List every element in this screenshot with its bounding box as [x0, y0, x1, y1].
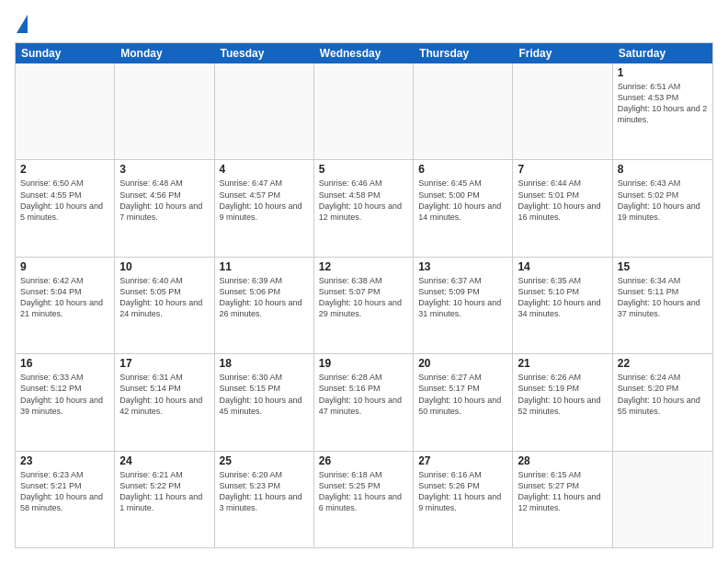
- calendar-cell: 3Sunrise: 6:48 AM Sunset: 4:56 PM Daylig…: [115, 160, 214, 256]
- day-number: 28: [518, 454, 607, 467]
- day-info: Sunrise: 6:20 AM Sunset: 5:23 PM Dayligh…: [220, 469, 309, 514]
- day-number: 11: [220, 260, 309, 273]
- day-number: 12: [319, 260, 408, 273]
- day-number: 3: [119, 163, 209, 176]
- day-info: Sunrise: 6:45 AM Sunset: 5:00 PM Dayligh…: [418, 178, 507, 223]
- calendar-cell: 4Sunrise: 6:47 AM Sunset: 4:57 PM Daylig…: [215, 160, 314, 256]
- weekday-header-tuesday: Tuesday: [215, 43, 314, 63]
- day-info: Sunrise: 6:34 AM Sunset: 5:11 PM Dayligh…: [618, 275, 708, 320]
- day-info: Sunrise: 6:26 AM Sunset: 5:19 PM Dayligh…: [518, 372, 607, 417]
- calendar-cell: 18Sunrise: 6:30 AM Sunset: 5:15 PM Dayli…: [215, 354, 314, 450]
- calendar-cell: [414, 63, 513, 159]
- calendar-cell: 10Sunrise: 6:40 AM Sunset: 5:05 PM Dayli…: [115, 258, 214, 353]
- day-info: Sunrise: 6:39 AM Sunset: 5:06 PM Dayligh…: [220, 275, 309, 320]
- calendar-cell: 25Sunrise: 6:20 AM Sunset: 5:23 PM Dayli…: [215, 452, 314, 547]
- day-number: 15: [618, 260, 708, 273]
- day-number: 7: [518, 163, 607, 176]
- calendar-cell: [314, 63, 414, 159]
- day-number: 17: [119, 357, 209, 370]
- calendar-cell: [613, 452, 712, 547]
- weekday-header-friday: Friday: [513, 43, 612, 63]
- day-info: Sunrise: 6:51 AM Sunset: 4:53 PM Dayligh…: [618, 81, 708, 126]
- day-number: 16: [20, 357, 109, 370]
- calendar-cell: 19Sunrise: 6:28 AM Sunset: 5:16 PM Dayli…: [314, 354, 414, 450]
- day-info: Sunrise: 6:31 AM Sunset: 5:14 PM Dayligh…: [119, 372, 209, 417]
- day-number: 20: [418, 357, 507, 370]
- day-info: Sunrise: 6:43 AM Sunset: 5:02 PM Dayligh…: [618, 178, 708, 223]
- calendar-cell: 11Sunrise: 6:39 AM Sunset: 5:06 PM Dayli…: [215, 258, 314, 353]
- calendar-body: 1Sunrise: 6:51 AM Sunset: 4:53 PM Daylig…: [16, 63, 712, 547]
- day-info: Sunrise: 6:15 AM Sunset: 5:27 PM Dayligh…: [518, 469, 607, 514]
- calendar-cell: 23Sunrise: 6:23 AM Sunset: 5:21 PM Dayli…: [16, 452, 115, 547]
- calendar-row-0: 1Sunrise: 6:51 AM Sunset: 4:53 PM Daylig…: [16, 63, 712, 160]
- calendar-cell: 6Sunrise: 6:45 AM Sunset: 5:00 PM Daylig…: [414, 160, 513, 256]
- day-info: Sunrise: 6:42 AM Sunset: 5:04 PM Dayligh…: [20, 275, 109, 320]
- calendar-cell: [16, 63, 115, 159]
- day-info: Sunrise: 6:38 AM Sunset: 5:07 PM Dayligh…: [319, 275, 408, 320]
- day-number: 24: [119, 454, 209, 467]
- calendar-cell: 22Sunrise: 6:24 AM Sunset: 5:20 PM Dayli…: [613, 354, 712, 450]
- calendar-cell: [215, 63, 314, 159]
- weekday-header-saturday: Saturday: [613, 43, 712, 63]
- day-info: Sunrise: 6:50 AM Sunset: 4:55 PM Dayligh…: [20, 178, 109, 223]
- calendar-cell: 27Sunrise: 6:16 AM Sunset: 5:26 PM Dayli…: [414, 452, 513, 547]
- day-number: 18: [220, 357, 309, 370]
- day-number: 4: [220, 163, 309, 176]
- calendar-cell: 20Sunrise: 6:27 AM Sunset: 5:17 PM Dayli…: [414, 354, 513, 450]
- calendar-cell: 26Sunrise: 6:18 AM Sunset: 5:25 PM Dayli…: [314, 452, 414, 547]
- calendar-row-3: 16Sunrise: 6:33 AM Sunset: 5:12 PM Dayli…: [16, 354, 712, 451]
- calendar-cell: 21Sunrise: 6:26 AM Sunset: 5:19 PM Dayli…: [513, 354, 612, 450]
- calendar-cell: 16Sunrise: 6:33 AM Sunset: 5:12 PM Dayli…: [16, 354, 115, 450]
- logo: [15, 15, 28, 35]
- day-number: 1: [618, 66, 708, 79]
- day-info: Sunrise: 6:16 AM Sunset: 5:26 PM Dayligh…: [418, 469, 507, 514]
- day-info: Sunrise: 6:23 AM Sunset: 5:21 PM Dayligh…: [20, 469, 109, 514]
- day-number: 6: [418, 163, 507, 176]
- calendar-cell: 2Sunrise: 6:50 AM Sunset: 4:55 PM Daylig…: [16, 160, 115, 256]
- calendar-cell: 17Sunrise: 6:31 AM Sunset: 5:14 PM Dayli…: [115, 354, 214, 450]
- day-info: Sunrise: 6:33 AM Sunset: 5:12 PM Dayligh…: [20, 372, 109, 417]
- day-info: Sunrise: 6:44 AM Sunset: 5:01 PM Dayligh…: [518, 178, 607, 223]
- page: SundayMondayTuesdayWednesdayThursdayFrid…: [0, 0, 728, 563]
- day-number: 22: [618, 357, 708, 370]
- day-number: 14: [518, 260, 607, 273]
- day-number: 2: [20, 163, 109, 176]
- calendar-cell: 7Sunrise: 6:44 AM Sunset: 5:01 PM Daylig…: [513, 160, 612, 256]
- day-info: Sunrise: 6:27 AM Sunset: 5:17 PM Dayligh…: [418, 372, 507, 417]
- day-info: Sunrise: 6:47 AM Sunset: 4:57 PM Dayligh…: [220, 178, 309, 223]
- day-number: 10: [119, 260, 209, 273]
- weekday-header-thursday: Thursday: [414, 43, 513, 63]
- calendar-cell: 9Sunrise: 6:42 AM Sunset: 5:04 PM Daylig…: [16, 258, 115, 353]
- weekday-header-monday: Monday: [115, 43, 214, 63]
- day-number: 5: [319, 163, 408, 176]
- day-number: 25: [220, 454, 309, 467]
- calendar-cell: [115, 63, 214, 159]
- day-number: 19: [319, 357, 408, 370]
- calendar-row-1: 2Sunrise: 6:50 AM Sunset: 4:55 PM Daylig…: [16, 160, 712, 257]
- calendar-cell: 13Sunrise: 6:37 AM Sunset: 5:09 PM Dayli…: [414, 258, 513, 353]
- calendar-cell: 12Sunrise: 6:38 AM Sunset: 5:07 PM Dayli…: [314, 258, 414, 353]
- calendar-cell: 8Sunrise: 6:43 AM Sunset: 5:02 PM Daylig…: [613, 160, 712, 256]
- day-info: Sunrise: 6:18 AM Sunset: 5:25 PM Dayligh…: [319, 469, 408, 514]
- day-number: 8: [618, 163, 708, 176]
- calendar-cell: 1Sunrise: 6:51 AM Sunset: 4:53 PM Daylig…: [613, 63, 712, 159]
- day-info: Sunrise: 6:37 AM Sunset: 5:09 PM Dayligh…: [418, 275, 507, 320]
- weekday-header-sunday: Sunday: [16, 43, 115, 63]
- weekday-header-wednesday: Wednesday: [314, 43, 414, 63]
- calendar: SundayMondayTuesdayWednesdayThursdayFrid…: [15, 42, 713, 548]
- day-info: Sunrise: 6:21 AM Sunset: 5:22 PM Dayligh…: [119, 469, 209, 514]
- day-info: Sunrise: 6:48 AM Sunset: 4:56 PM Dayligh…: [119, 178, 209, 223]
- day-info: Sunrise: 6:24 AM Sunset: 5:20 PM Dayligh…: [618, 372, 708, 417]
- day-number: 21: [518, 357, 607, 370]
- day-number: 9: [20, 260, 109, 273]
- day-info: Sunrise: 6:35 AM Sunset: 5:10 PM Dayligh…: [518, 275, 607, 320]
- calendar-cell: 28Sunrise: 6:15 AM Sunset: 5:27 PM Dayli…: [513, 452, 612, 547]
- calendar-cell: 15Sunrise: 6:34 AM Sunset: 5:11 PM Dayli…: [613, 258, 712, 353]
- day-info: Sunrise: 6:40 AM Sunset: 5:05 PM Dayligh…: [119, 275, 209, 320]
- day-info: Sunrise: 6:30 AM Sunset: 5:15 PM Dayligh…: [220, 372, 309, 417]
- calendar-cell: 5Sunrise: 6:46 AM Sunset: 4:58 PM Daylig…: [314, 160, 414, 256]
- day-number: 27: [418, 454, 507, 467]
- day-number: 26: [319, 454, 408, 467]
- header: [15, 15, 713, 35]
- day-info: Sunrise: 6:28 AM Sunset: 5:16 PM Dayligh…: [319, 372, 408, 417]
